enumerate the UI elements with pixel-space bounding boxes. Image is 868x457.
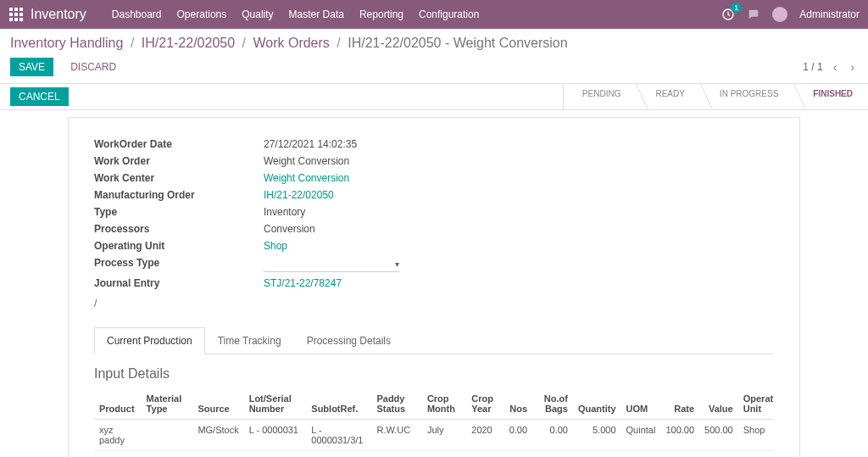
cell-crop-year[interactable]: 2020 [466, 420, 504, 451]
cell-paddy-status[interactable]: R.W.UC [371, 420, 421, 451]
menu-configuration[interactable]: Configuration [419, 8, 479, 20]
cell-rate[interactable]: 100.00 [660, 420, 699, 451]
th-value[interactable]: Value [699, 388, 738, 420]
th-crop-year[interactable]: Crop Year [466, 388, 504, 420]
pager-text: 1 / 1 [803, 61, 822, 73]
user-name[interactable]: Administrator [799, 8, 860, 20]
th-rate[interactable]: Rate [660, 388, 699, 420]
menu-quality[interactable]: Quality [242, 8, 273, 20]
cell-bags[interactable]: 0.00 [532, 420, 573, 451]
th-source[interactable]: Source [192, 388, 243, 420]
tab-processing-details[interactable]: Processing Details [294, 327, 403, 354]
svg-rect-2 [19, 8, 23, 11]
status-steps: PENDING READY IN PROGRESS FINISHED [563, 84, 868, 109]
pager: 1 / 1 ‹ › [803, 59, 858, 75]
breadcrumb: Inventory Handling / IH/21-22/02050 / Wo… [10, 36, 568, 51]
crumb-sep: / [333, 36, 343, 50]
menu-operations[interactable]: Operations [177, 8, 227, 20]
status-in-progress[interactable]: IN PROGRESS [700, 84, 793, 109]
value-process-type[interactable]: ▾ [264, 257, 603, 272]
crumb-current: IH/21-22/02050 - Weight Conversion [348, 36, 567, 50]
apps-icon[interactable] [8, 7, 24, 22]
label-operating-unit: Operating Unit [94, 240, 255, 252]
svg-rect-6 [9, 18, 13, 21]
tabs: Current Production Time Tracking Process… [94, 326, 774, 354]
app-brand[interactable]: Inventory [31, 7, 86, 22]
th-uom[interactable]: UOM [621, 388, 661, 420]
cancel-button[interactable]: CANCEL [10, 87, 69, 106]
caret-down-icon: ▾ [395, 259, 399, 269]
svg-rect-8 [19, 18, 23, 21]
cell-value[interactable]: 500.00 [699, 420, 738, 451]
cell-lot[interactable]: L - 0000031 [244, 420, 307, 451]
label-workorder-date: WorkOrder Date [94, 138, 255, 150]
svg-rect-7 [14, 18, 18, 21]
save-button[interactable]: SAVE [10, 58, 53, 76]
status-pending[interactable]: PENDING [563, 84, 637, 109]
label-processors: Processors [94, 223, 255, 235]
cell-sublot[interactable]: L - 0000031/3/1 [306, 420, 371, 451]
form-fields: WorkOrder Date 27/12/2021 14:02:35 Work … [94, 138, 603, 289]
form-sheet: WorkOrder Date 27/12/2021 14:02:35 Work … [68, 117, 800, 457]
topbar: Inventory Dashboard Operations Quality M… [0, 0, 868, 29]
value-operating-unit[interactable]: Shop [264, 240, 603, 252]
cell-material-type[interactable] [142, 420, 193, 451]
chat-icon[interactable] [747, 8, 760, 21]
pager-next[interactable]: › [847, 59, 858, 75]
label-type: Type [94, 206, 255, 218]
svg-rect-4 [14, 13, 18, 16]
label-work-center: Work Center [94, 172, 255, 184]
crumb-sep: / [127, 36, 137, 50]
th-paddy-status[interactable]: Paddy Status [371, 388, 421, 420]
menu-reporting[interactable]: Reporting [359, 8, 403, 20]
discard-button[interactable]: DISCARD [62, 58, 125, 76]
top-menu: Dashboard Operations Quality Master Data… [112, 8, 480, 20]
svg-rect-5 [19, 13, 23, 16]
process-type-select[interactable]: ▾ [264, 257, 399, 272]
th-sublot[interactable]: SublotRef. [306, 388, 371, 420]
status-finished[interactable]: FINISHED [793, 84, 868, 109]
menu-master-data[interactable]: Master Data [289, 8, 344, 20]
input-details-title: Input Details [94, 366, 774, 382]
topbar-right: 1 Administrator [721, 7, 860, 22]
slash-label: / [94, 298, 774, 309]
cell-nos[interactable]: 0.00 [504, 420, 532, 451]
cell-uom[interactable]: Quintal [621, 420, 661, 451]
th-quantity[interactable]: Quantity [573, 388, 621, 420]
value-journal-entry[interactable]: STJ/21-22/78247 [264, 277, 603, 289]
cell-ou[interactable]: Shop [738, 420, 774, 451]
input-details-table: Product Material Type Source Lot/Serial … [94, 388, 774, 451]
table-row[interactable]: xyz paddy MG/Stock L - 0000031 L - 00000… [94, 420, 774, 451]
notif-badge: 1 [731, 3, 742, 13]
value-workorder-date: 27/12/2021 14:02:35 [264, 138, 603, 150]
th-material-type[interactable]: Material Type [142, 388, 193, 420]
th-crop-month[interactable]: Crop Month [422, 388, 466, 420]
pager-prev[interactable]: ‹ [830, 59, 841, 75]
crumb-work-orders[interactable]: Work Orders [253, 36, 329, 50]
th-product[interactable]: Product [94, 388, 142, 420]
action-bar: SAVE DISCARD 1 / 1 ‹ › [0, 54, 868, 83]
th-bags[interactable]: No.of Bags [532, 388, 573, 420]
value-manufacturing-order[interactable]: IH/21-22/02050 [264, 189, 603, 201]
menu-dashboard[interactable]: Dashboard [112, 8, 162, 20]
cell-source[interactable]: MG/Stock [192, 420, 243, 451]
cell-product[interactable]: xyz paddy [94, 420, 142, 451]
add-item-link[interactable]: Add an item [94, 451, 774, 457]
svg-rect-3 [9, 13, 13, 16]
crumb-inventory-handling[interactable]: Inventory Handling [10, 36, 123, 50]
clock-icon[interactable]: 1 [721, 8, 735, 21]
svg-rect-0 [9, 8, 13, 11]
breadcrumb-bar: Inventory Handling / IH/21-22/02050 / Wo… [0, 29, 868, 54]
tab-time-tracking[interactable]: Time Tracking [205, 327, 294, 354]
value-work-center[interactable]: Weight Conversion [264, 172, 603, 184]
value-processors: Conversion [264, 223, 603, 235]
th-ou[interactable]: Operating Unit [738, 388, 774, 420]
avatar[interactable] [772, 7, 787, 22]
label-manufacturing-order: Manufacturing Order [94, 189, 255, 201]
th-nos[interactable]: Nos [504, 388, 532, 420]
cell-quantity[interactable]: 5.000 [573, 420, 621, 451]
th-lot[interactable]: Lot/Serial Number [244, 388, 307, 420]
tab-current-production[interactable]: Current Production [94, 327, 205, 354]
crumb-ih-ref[interactable]: IH/21-22/02050 [142, 36, 235, 50]
cell-crop-month[interactable]: July [422, 420, 466, 451]
